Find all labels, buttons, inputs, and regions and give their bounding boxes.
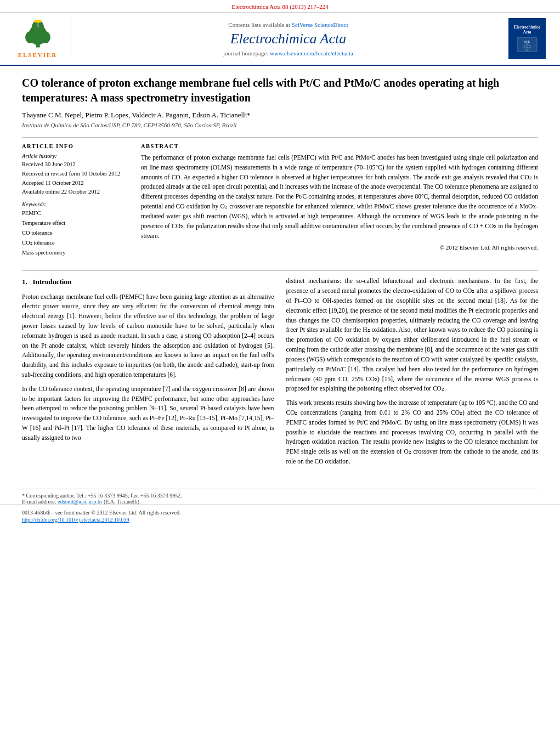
sciverse-line: Contents lists available at SciVerse Sci… — [228, 21, 348, 28]
abstract-label: ABSTRACT — [141, 143, 538, 149]
main-content: CO tolerance of proton exchange membrane… — [0, 66, 560, 482]
page: Electrochimica Acta 88 (2013) 217–224 EL… — [0, 0, 560, 741]
footnote-email-line: E-mail address: edsomt@iqsc.usp.br (E.A.… — [22, 499, 538, 505]
article-info-column: ARTICLE INFO Article history: Received 3… — [22, 143, 129, 262]
journal-header: ELSEVIER Contents lists available at Sci… — [0, 13, 560, 66]
footnote-section: * Corresponding author. Tel.: +55 16 337… — [22, 489, 538, 505]
section1-heading: 1. Introduction — [22, 276, 274, 287]
keywords-title: Keywords: — [22, 201, 129, 207]
available-date: Available online 22 October 2012 — [22, 188, 129, 197]
keyword-5: Mass spectrometry — [22, 248, 129, 258]
journal-reference-bar: Electrochimica Acta 88 (2013) 217–224 — [0, 0, 560, 13]
footer-doi: http://dx.doi.org/10.1016/j.electacta.20… — [22, 517, 538, 523]
keyword-3: CO tolerance — [22, 228, 129, 238]
keyword-4: CO₂ tolerance — [22, 238, 129, 248]
svg-text:ISE: ISE — [524, 39, 530, 44]
keywords-list: PEMFC Temperature effect CO tolerance CO… — [22, 208, 129, 257]
journal-title: Electrochimica Acta — [230, 31, 347, 47]
svg-point-2 — [25, 31, 35, 43]
journal-center: Contents lists available at SciVerse Sci… — [77, 18, 500, 59]
article-info-abstract: ARTICLE INFO Article history: Received 3… — [22, 143, 538, 262]
page-footer: 0013-4686/$ – see front matter © 2012 El… — [0, 505, 560, 527]
footnote-email-link[interactable]: edsomt@iqsc.usp.br — [58, 499, 102, 505]
abstract-column: ABSTRACT The performance of proton excha… — [141, 143, 538, 262]
received-date: Received 30 June 2012 — [22, 160, 129, 169]
keyword-1: PEMFC — [22, 208, 129, 218]
footer-issn: 0013-4686/$ – see front matter © 2012 El… — [22, 510, 538, 516]
body-left-col: 1. Introduction Proton exchange membrane… — [22, 276, 274, 471]
journal-logo-box: ElectrochimicaActa ISE — [508, 18, 546, 59]
intro-para1: Proton exchange membrane fuel cells (PEM… — [22, 292, 274, 380]
body-section: 1. Introduction Proton exchange membrane… — [22, 276, 538, 471]
svg-point-6 — [33, 20, 42, 23]
right-col-para1: distinct mechanisms: the so-called bifun… — [286, 276, 539, 394]
section1-number: 1. — [22, 278, 27, 286]
svg-point-3 — [40, 31, 50, 43]
accepted-date: Accepted 11 October 2012 — [22, 179, 129, 188]
footnote-email-suffix: (E.A. Ticianelli). — [104, 499, 141, 505]
body-right-col: distinct mechanisms: the so-called bifun… — [286, 276, 539, 471]
elsevier-logo: ELSEVIER — [11, 18, 71, 59]
sciverse-link[interactable]: SciVerse ScienceDirect — [292, 21, 348, 28]
article-authors: Thayane C.M. Nepel, Pietro P. Lopes, Val… — [22, 111, 538, 120]
intro-para2: In the CO tolerance context, the operati… — [22, 384, 274, 443]
section1-title: Introduction — [33, 278, 72, 286]
journal-logo-title: ElectrochimicaActa — [514, 25, 540, 35]
sciverse-prefix: Contents lists available at — [228, 21, 291, 28]
footer-doi-link[interactable]: http://dx.doi.org/10.1016/j.electacta.20… — [22, 517, 129, 523]
authors-text: Thayane C.M. Nepel, Pietro P. Lopes, Val… — [22, 111, 251, 119]
footnote-email-label: E-mail address: — [22, 499, 58, 505]
journal-reference-text: Electrochimica Acta 88 (2013) 217–224 — [231, 3, 329, 10]
elsevier-label: ELSEVIER — [18, 52, 58, 58]
article-history-group: Article history: Received 30 June 2012 R… — [22, 153, 129, 197]
right-col-para2: This work presents results showing how t… — [286, 398, 539, 467]
homepage-link[interactable]: www.elsevier.com/locate/electacta — [270, 50, 353, 56]
divider-bottom — [22, 270, 538, 271]
homepage-line: journal homepage: www.elsevier.com/locat… — [223, 50, 353, 56]
elsevier-tree-icon — [19, 20, 57, 50]
keywords-group: Keywords: PEMFC Temperature effect CO to… — [22, 201, 129, 257]
article-title: CO tolerance of proton exchange membrane… — [22, 76, 538, 105]
footnote-star-line: * Corresponding author. Tel.: +55 16 337… — [22, 493, 538, 499]
keyword-2: Temperature effect — [22, 218, 129, 228]
abstract-text: The performance of proton exchange membr… — [141, 153, 538, 241]
divider-top — [22, 137, 538, 138]
journal-logo-icon: ISE — [516, 36, 538, 53]
received-revised-date: Received in revised form 10 October 2012 — [22, 169, 129, 179]
journal-logo-right: ElectrochimicaActa ISE — [505, 18, 549, 59]
article-affiliation: Instituto de Química de São Carlos/USP, … — [22, 122, 538, 128]
copyright-line: © 2012 Elsevier Ltd. All rights reserved… — [141, 244, 538, 251]
article-info-label: ARTICLE INFO — [22, 143, 129, 149]
article-history-title: Article history: — [22, 153, 129, 159]
homepage-prefix: journal homepage: — [223, 50, 270, 56]
